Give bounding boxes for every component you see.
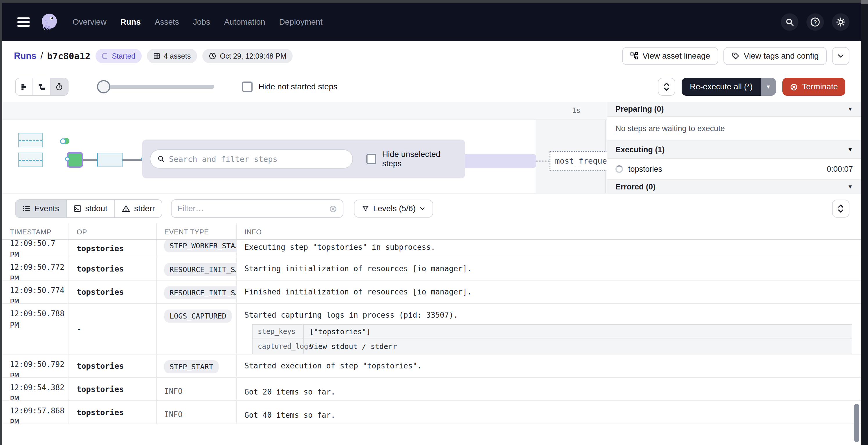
tag-icon	[732, 52, 740, 60]
chevron-down-icon	[837, 54, 844, 58]
assets-badge[interactable]: 4 assets	[147, 49, 197, 63]
terminate-button[interactable]: ⊗ Terminate	[782, 78, 845, 96]
clear-filter-icon[interactable]: ⊗	[329, 204, 337, 213]
event-log-table: TIMESTAMP OP EVENT TYPE INFO 12:09:50.7P…	[2, 224, 861, 445]
nav-item-runs[interactable]: Runs	[121, 18, 141, 27]
metadata-row: captured_logs View stdout / stderr	[253, 339, 852, 354]
waterfall-view-button[interactable]	[33, 78, 51, 95]
log-row[interactable]: 12:09:50.774PM topstories RESOURCE_INIT_…	[2, 280, 861, 304]
hovered-row-highlight	[455, 154, 536, 168]
flat-view-icon	[20, 83, 28, 91]
log-view-tabs: Events stdout stderr	[15, 199, 162, 218]
preparing-section-header[interactable]: Preparing (0) ▼	[607, 102, 861, 116]
bottom-fade	[2, 422, 861, 445]
gear-icon[interactable]	[832, 13, 849, 31]
step-search-box[interactable]	[150, 149, 353, 169]
expand-log-button[interactable]	[832, 200, 849, 217]
tab-stdout[interactable]: stdout	[67, 200, 115, 217]
waterfall-view-icon	[38, 83, 45, 91]
step-marker-dot[interactable]	[63, 138, 69, 144]
reexecute-split-button: Re-execute all (*) ▾	[682, 78, 776, 96]
tab-events[interactable]: Events	[16, 200, 67, 217]
nav-item-automation[interactable]: Automation	[224, 18, 265, 27]
flat-view-button[interactable]	[16, 78, 33, 95]
gantt-toolbar: Hide not started steps Re-execute all (*…	[2, 71, 861, 102]
event-type-badge: LOGS_CAPTURED	[164, 310, 232, 322]
view-stdout-stderr-link[interactable]: View stdout / stderr	[304, 339, 852, 354]
run-header: Runs / b7c80a12 Started 4 assets Oct 29,…	[2, 41, 861, 71]
step-bar-not-started-1[interactable]	[18, 133, 43, 147]
event-type-label: INFO	[164, 410, 183, 419]
run-steps-panel: Preparing (0) ▼ No steps are waiting to …	[607, 102, 861, 193]
log-row[interactable]: 12:09:50.792PM topstories STEP_START Sta…	[2, 354, 861, 378]
top-nav: Overview Runs Assets Jobs Automation Dep…	[2, 3, 861, 41]
view-asset-lineage-button[interactable]: View asset lineage	[622, 47, 718, 65]
run-id: b7c80a12	[47, 51, 90, 61]
more-actions-button[interactable]	[832, 47, 849, 65]
log-row[interactable]: 12:09:50.7PM topstories STEP_WORKER_STA……	[2, 240, 861, 257]
hide-unselected-checkbox[interactable]: Hide unselected steps	[366, 150, 458, 168]
reexecute-all-button[interactable]: Re-execute all (*)	[682, 78, 761, 96]
nav-item-jobs[interactable]: Jobs	[193, 18, 210, 27]
checkbox-icon[interactable]	[242, 81, 253, 92]
log-row[interactable]: 12:09:50.788PM - LOGS_CAPTURED Started c…	[2, 304, 861, 354]
hamburger-menu-icon[interactable]	[18, 18, 30, 27]
events-toolbar: Events stdout stderr ⊗ Levels (5/6)	[2, 194, 861, 224]
gantt-chart: 1s most_frequent Hid	[2, 102, 861, 194]
hide-not-started-checkbox[interactable]: Hide not started steps	[242, 81, 337, 92]
step-bar-most-frequent[interactable]: most_frequent	[550, 151, 611, 171]
event-type-badge: STEP_WORKER_STA…	[164, 240, 237, 252]
status-spinner-icon	[102, 53, 108, 59]
timing-view-button[interactable]	[51, 78, 68, 95]
nav-item-assets[interactable]: Assets	[155, 18, 179, 27]
gantt-body: most_frequent Hide unselected steps	[2, 120, 607, 193]
log-table-header: TIMESTAMP OP EVENT TYPE INFO	[2, 224, 861, 240]
search-icon[interactable]	[781, 13, 798, 31]
log-scrollbar-thumb[interactable]	[854, 404, 859, 442]
log-row[interactable]: 12:09:57.868PM topstories INFO Got 40 it…	[2, 401, 861, 424]
errored-section-header[interactable]: Errored (0) ▼	[607, 180, 861, 194]
chevron-down-icon	[420, 207, 425, 210]
view-mode-toggle	[15, 78, 68, 96]
up-down-chevrons-icon	[663, 82, 670, 91]
step-search-input[interactable]	[169, 155, 345, 164]
log-filter-box[interactable]: ⊗	[171, 199, 343, 218]
dotted-dependency-line	[536, 161, 550, 162]
col-header-timestamp: TIMESTAMP	[2, 224, 69, 239]
executing-section-header[interactable]: Executing (1) ▼	[607, 141, 861, 159]
terminal-icon	[74, 205, 81, 212]
reexecute-dropdown-button[interactable]: ▾	[761, 78, 776, 96]
breadcrumb-runs-link[interactable]: Runs	[14, 51, 37, 61]
event-type-label: INFO	[164, 387, 183, 396]
event-type-badge: RESOURCE_INIT_S…	[164, 263, 237, 276]
dagster-logo[interactable]	[39, 12, 59, 32]
step-bar-running[interactable]	[97, 153, 123, 167]
checkbox-icon[interactable]	[366, 154, 376, 164]
tab-stderr[interactable]: stderr	[115, 200, 162, 217]
executing-step-row[interactable]: topstories 0:00:07	[607, 159, 861, 180]
preparing-empty-message: No steps are waiting to execute	[607, 116, 861, 141]
log-row[interactable]: 12:09:54.382PM topstories INFO Got 20 it…	[2, 378, 861, 401]
event-metadata-table: step_keys ["topstories"] captured_logs V…	[252, 324, 852, 354]
step-bar-not-started-2[interactable]	[18, 152, 43, 167]
run-header-actions: View asset lineage View tags and config	[622, 47, 849, 65]
status-badge[interactable]: Started	[95, 49, 142, 63]
log-filter-input[interactable]	[177, 204, 329, 213]
event-type-badge: STEP_START	[164, 360, 219, 373]
view-tags-config-button[interactable]: View tags and config	[723, 47, 827, 65]
elapsed-time: 0:00:07	[827, 165, 853, 174]
log-row[interactable]: 12:09:50.772PM topstories RESOURCE_INIT_…	[2, 257, 861, 280]
zoom-slider[interactable]	[98, 85, 214, 89]
fit-view-button[interactable]	[658, 78, 675, 96]
event-type-badge: RESOURCE_INIT_S…	[164, 286, 237, 299]
page-scrollbar-cap	[861, 0, 868, 4]
timeline-tick-label: 1s	[572, 106, 581, 114]
nav-item-deployment[interactable]: Deployment	[279, 18, 322, 27]
nav-links: Overview Runs Assets Jobs Automation Dep…	[72, 18, 322, 27]
collapse-icon: ▼	[847, 184, 853, 190]
help-icon[interactable]: ?	[806, 13, 824, 31]
page-scrollbar[interactable]	[861, 0, 868, 445]
zoom-slider-handle[interactable]	[97, 80, 110, 93]
nav-item-overview[interactable]: Overview	[72, 18, 106, 27]
levels-dropdown[interactable]: Levels (5/6)	[354, 200, 433, 217]
